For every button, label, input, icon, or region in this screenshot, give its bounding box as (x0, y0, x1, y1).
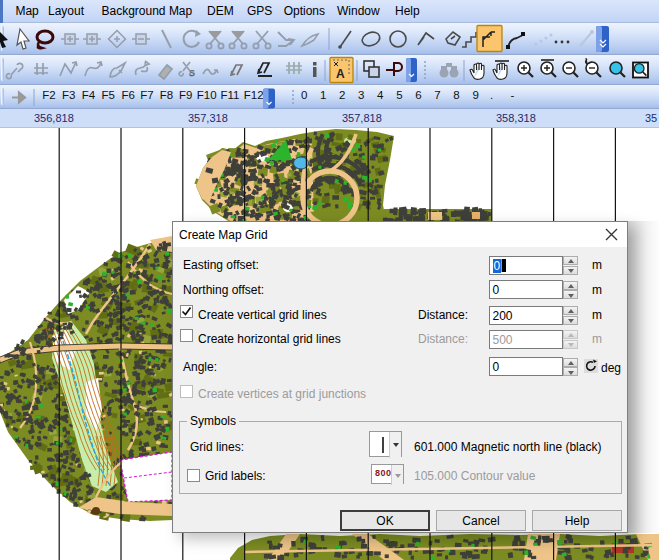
svg-text:S: S (189, 68, 195, 78)
svg-text:A: A (336, 67, 345, 81)
